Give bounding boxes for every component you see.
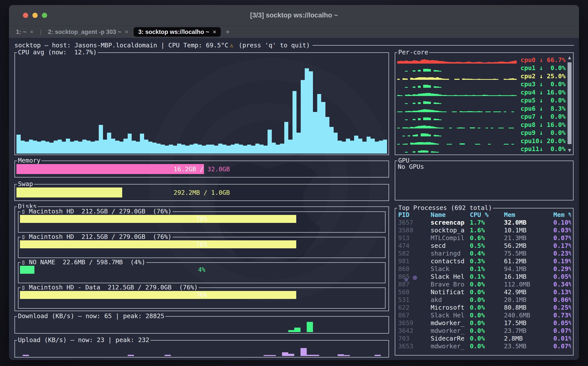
process-mempct[interactable]: 0.03% <box>553 227 571 234</box>
process-cpu[interactable]: 0.0% <box>470 296 504 303</box>
process-name[interactable]: secd <box>431 242 470 249</box>
process-mem[interactable]: 112.0MB <box>504 281 553 288</box>
process-name[interactable]: Notificat <box>431 288 470 296</box>
process-mempct[interactable]: 0.07% <box>553 327 571 334</box>
process-cpu[interactable]: 0.0% <box>470 304 504 311</box>
process-mem[interactable]: 17.5MB <box>504 319 553 327</box>
process-mempct[interactable]: 0.07% <box>553 343 571 350</box>
process-pid[interactable]: 582 <box>398 250 431 257</box>
process-cpu[interactable]: 0.4% <box>470 250 504 257</box>
process-column-header[interactable]: Name <box>431 211 470 218</box>
process-mem[interactable]: 80.8MB <box>504 304 553 311</box>
process-name[interactable]: socktop_a <box>431 227 470 234</box>
process-mem[interactable]: 23.7MB <box>504 327 553 334</box>
process-mempct[interactable]: 0.34% <box>553 281 571 288</box>
process-mempct[interactable]: 0.07% <box>553 234 571 242</box>
tab-2[interactable]: 2: socktop_agent -p 303 ~ × <box>43 27 133 37</box>
process-name[interactable]: mdworker_ <box>431 327 470 334</box>
process-cpu[interactable]: 0.0% <box>470 319 504 327</box>
process-mempct[interactable]: 0.05% <box>553 319 571 327</box>
process-mem[interactable]: 23.5MB <box>504 343 553 350</box>
process-column-header[interactable]: PID <box>398 211 431 218</box>
zoom-window-button[interactable] <box>42 13 47 18</box>
process-mem[interactable]: 94.1MB <box>504 265 553 273</box>
process-name[interactable]: Slack Hel <box>431 273 470 280</box>
tab-1[interactable]: 1: ~ × <box>11 27 38 37</box>
process-mem[interactable]: 21.3MB <box>504 234 553 242</box>
process-mem[interactable]: 32.0MB <box>504 219 553 226</box>
process-pid[interactable]: 703 <box>398 335 431 342</box>
process-mempct[interactable]: 0.19% <box>553 258 571 265</box>
new-tab-button[interactable]: + <box>222 28 234 36</box>
process-column-header[interactable]: Mem <box>504 211 553 218</box>
process-cpu[interactable]: 0.3% <box>470 258 504 265</box>
process-mem[interactable]: 2.8MB <box>504 335 553 342</box>
process-mem[interactable]: 16.1MB <box>504 273 553 280</box>
tab-1-close-icon[interactable]: × <box>30 28 33 35</box>
close-window-button[interactable] <box>23 13 28 18</box>
process-mem[interactable]: 56.2MB <box>504 242 553 249</box>
process-pid[interactable]: 3657 <box>398 219 431 226</box>
process-mem[interactable]: 240.6MB <box>504 312 553 319</box>
process-pid[interactable]: 560 <box>398 288 431 296</box>
process-cpu[interactable]: 0.0% <box>470 288 504 296</box>
process-name[interactable]: SidecarRe <box>431 335 470 342</box>
process-pid[interactable]: 887 <box>398 281 431 288</box>
process-pid[interactable]: 3642 <box>398 327 431 334</box>
process-column-header[interactable]: CPU % <box>470 211 504 218</box>
process-pid[interactable]: 3588 <box>398 227 431 234</box>
process-mem[interactable]: 10.1MB <box>504 227 553 234</box>
process-name[interactable]: Slack Hel <box>431 312 470 319</box>
scroll-up-icon[interactable]: ▲ <box>567 55 572 60</box>
process-name[interactable]: MTLCompil <box>431 234 470 242</box>
process-name[interactable]: mdworker_ <box>431 319 470 327</box>
process-cpu[interactable]: 0.1% <box>470 265 504 273</box>
process-cpu[interactable]: 0.6% <box>470 234 504 242</box>
tab-3-close-icon[interactable]: × <box>213 28 216 35</box>
process-pid[interactable]: 913 <box>398 234 431 242</box>
process-name[interactable]: sharingd <box>431 250 470 257</box>
process-mem[interactable]: 20.1MB <box>504 296 553 303</box>
process-pid[interactable]: 3659 <box>398 319 431 327</box>
process-name[interactable]: akd <box>431 296 470 303</box>
process-cpu[interactable]: 0.0% <box>470 335 504 342</box>
process-mempct[interactable]: 0.29% <box>553 265 571 273</box>
process-mempct[interactable]: 0.73% <box>553 312 571 319</box>
process-pid[interactable]: 622 <box>398 304 431 311</box>
process-mempct[interactable]: 0.01% <box>553 335 571 342</box>
process-pid[interactable]: 981 <box>398 258 431 265</box>
process-name[interactable]: Brave Bro <box>431 281 470 288</box>
process-mempct[interactable]: 0.10% <box>553 219 571 226</box>
process-cpu[interactable]: 0.5% <box>470 242 504 249</box>
process-mempct[interactable]: 0.25% <box>553 304 571 311</box>
tab-3-active[interactable]: 3: socktop ws://localho ~ × <box>134 27 221 37</box>
process-pid[interactable]: 3653 <box>398 343 431 350</box>
process-name[interactable]: Microsoft <box>431 304 470 311</box>
process-cpu[interactable]: 1.6% <box>470 227 504 234</box>
minimize-window-button[interactable] <box>32 13 38 18</box>
process-cpu[interactable]: 0.0% <box>470 327 504 334</box>
scrollbar-thumb[interactable] <box>568 62 572 144</box>
process-pid[interactable]: 867 <box>398 312 431 319</box>
process-mem[interactable]: 42.9MB <box>504 288 553 296</box>
process-name[interactable]: mdworker_ <box>431 343 470 350</box>
process-mempct[interactable]: 0.13% <box>553 288 571 296</box>
process-cpu[interactable]: 0.0% <box>470 312 504 319</box>
process-cpu[interactable]: 0.0% <box>470 343 504 350</box>
process-name[interactable]: contactsd <box>431 258 470 265</box>
process-name[interactable]: Slack <box>431 265 470 273</box>
process-mempct[interactable]: 0.17% <box>553 242 571 249</box>
process-column-header[interactable]: Mem % <box>553 211 571 218</box>
process-cpu[interactable]: 0.0% <box>470 281 504 288</box>
process-mempct[interactable]: 0.05% <box>553 273 571 280</box>
process-pid[interactable]: 474 <box>398 242 431 249</box>
process-pid[interactable]: 860 <box>398 265 431 273</box>
process-pid[interactable]: 531 <box>398 296 431 303</box>
process-mempct[interactable]: 0.06% <box>553 296 571 303</box>
scroll-down-icon[interactable]: ▼ <box>567 148 572 153</box>
process-pid[interactable]: 865 <box>398 273 431 280</box>
process-mempct[interactable]: 0.23% <box>553 250 571 257</box>
process-mem[interactable]: 75.5MB <box>504 250 553 257</box>
per-core-scrollbar[interactable]: ▲ ▼ <box>567 55 572 153</box>
process-cpu[interactable]: 0.1% <box>470 273 504 280</box>
